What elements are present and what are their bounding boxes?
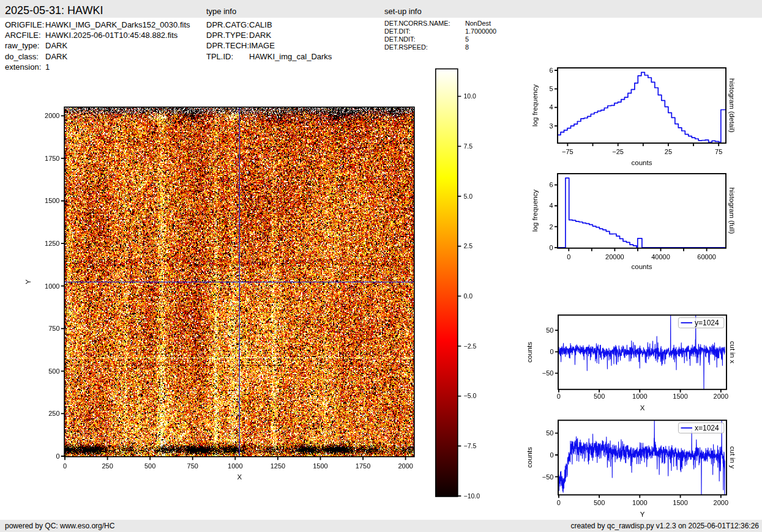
svg-text:X: X xyxy=(640,404,645,412)
svg-text:counts: counts xyxy=(632,263,652,270)
svg-text:−2.5: −2.5 xyxy=(464,342,477,350)
svg-text:250: 250 xyxy=(48,410,59,417)
svg-text:0: 0 xyxy=(63,462,67,470)
svg-text:2000: 2000 xyxy=(714,499,728,506)
svg-text:y=1024: y=1024 xyxy=(695,319,719,327)
svg-text:2: 2 xyxy=(549,223,553,231)
svg-text:Y: Y xyxy=(640,511,645,518)
svg-text:log frequency: log frequency xyxy=(531,84,539,127)
svg-text:1000: 1000 xyxy=(632,393,647,400)
svg-text:750: 750 xyxy=(48,325,59,332)
svg-text:−25: −25 xyxy=(612,148,624,155)
svg-text:6: 6 xyxy=(549,181,553,188)
svg-text:60000: 60000 xyxy=(697,253,716,260)
svg-text:1750: 1750 xyxy=(45,155,59,162)
svg-text:0.0: 0.0 xyxy=(464,292,473,300)
svg-text:500: 500 xyxy=(594,499,605,506)
svg-text:counts: counts xyxy=(526,447,533,468)
svg-text:3: 3 xyxy=(549,122,553,130)
svg-text:0: 0 xyxy=(557,393,561,400)
svg-text:4: 4 xyxy=(549,202,553,209)
svg-text:2.5: 2.5 xyxy=(464,242,473,249)
svg-text:5: 5 xyxy=(549,85,553,92)
svg-text:1500: 1500 xyxy=(313,462,327,470)
svg-text:2000: 2000 xyxy=(45,112,59,119)
svg-text:250: 250 xyxy=(102,462,113,470)
svg-text:0: 0 xyxy=(56,453,59,460)
svg-text:25: 25 xyxy=(665,148,672,155)
svg-text:counts: counts xyxy=(632,159,652,166)
svg-text:1500: 1500 xyxy=(45,197,59,204)
svg-text:2000: 2000 xyxy=(714,393,728,400)
svg-text:1000: 1000 xyxy=(45,283,59,290)
svg-text:0: 0 xyxy=(549,244,553,251)
svg-text:50: 50 xyxy=(546,327,553,334)
svg-text:1000: 1000 xyxy=(632,499,647,506)
svg-text:1500: 1500 xyxy=(673,393,687,400)
svg-text:counts: counts xyxy=(526,342,533,363)
svg-text:−5.0: −5.0 xyxy=(464,392,477,399)
svg-text:5.0: 5.0 xyxy=(464,193,473,200)
svg-text:−10.0: −10.0 xyxy=(464,492,480,500)
svg-text:log frequency: log frequency xyxy=(531,190,539,232)
svg-text:−75: −75 xyxy=(562,148,573,155)
svg-text:750: 750 xyxy=(187,462,198,470)
svg-text:1000: 1000 xyxy=(228,462,242,470)
svg-text:Y: Y xyxy=(24,279,32,284)
svg-text:4: 4 xyxy=(549,103,553,111)
svg-text:histogram (full): histogram (full) xyxy=(728,187,736,234)
svg-text:cut in x: cut in x xyxy=(729,341,736,364)
svg-text:0: 0 xyxy=(557,499,561,506)
svg-text:0: 0 xyxy=(550,348,553,355)
svg-text:500: 500 xyxy=(594,393,605,400)
svg-text:−50: −50 xyxy=(542,369,554,377)
svg-text:10.0: 10.0 xyxy=(464,92,477,100)
svg-text:20000: 20000 xyxy=(605,253,624,260)
svg-text:500: 500 xyxy=(144,462,155,470)
svg-text:500: 500 xyxy=(48,368,59,375)
svg-text:1750: 1750 xyxy=(356,462,370,470)
svg-text:7.5: 7.5 xyxy=(464,142,473,150)
svg-text:0: 0 xyxy=(550,451,553,459)
svg-text:X: X xyxy=(237,473,242,481)
svg-text:1250: 1250 xyxy=(45,240,59,247)
svg-text:75: 75 xyxy=(715,148,722,155)
svg-text:50: 50 xyxy=(546,429,553,437)
svg-text:−50: −50 xyxy=(542,473,554,481)
svg-text:40000: 40000 xyxy=(651,253,670,260)
svg-text:cut in y: cut in y xyxy=(729,446,736,469)
svg-text:histogram (detail): histogram (detail) xyxy=(728,78,736,133)
svg-text:6: 6 xyxy=(549,67,553,74)
svg-text:1500: 1500 xyxy=(673,499,687,506)
svg-text:−7.5: −7.5 xyxy=(464,442,477,449)
svg-text:2000: 2000 xyxy=(398,462,413,470)
svg-text:0: 0 xyxy=(567,253,570,260)
svg-text:x=1024: x=1024 xyxy=(695,424,719,432)
svg-text:1250: 1250 xyxy=(271,462,285,470)
